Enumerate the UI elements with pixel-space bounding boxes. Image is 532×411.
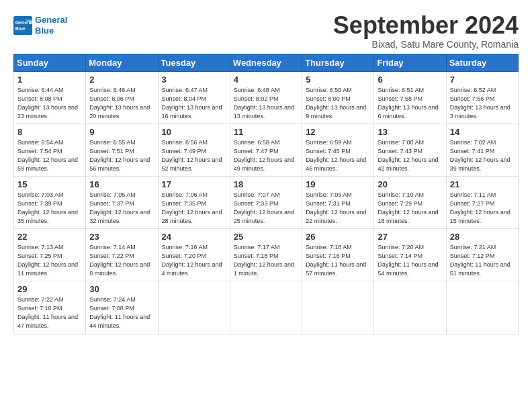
logo-line2: Blue	[35, 26, 67, 36]
day-number: 29	[17, 284, 82, 294]
day-info: Sunrise: 6:44 AMSunset: 8:08 PMDaylight:…	[17, 86, 82, 121]
day-number: 22	[17, 232, 82, 242]
calendar-cell-4-2: 24Sunrise: 7:16 AMSunset: 7:20 PMDayligh…	[158, 229, 230, 281]
calendar-cell-4-0: 22Sunrise: 7:13 AMSunset: 7:25 PMDayligh…	[14, 229, 86, 281]
calendar-cell-2-2: 10Sunrise: 6:56 AMSunset: 7:49 PMDayligh…	[158, 124, 230, 176]
day-info: Sunrise: 6:51 AMSunset: 7:58 PMDaylight:…	[378, 86, 442, 121]
day-info: Sunrise: 7:24 AMSunset: 7:08 PMDaylight:…	[89, 295, 154, 330]
calendar-table: SundayMondayTuesdayWednesdayThursdayFrid…	[13, 54, 519, 334]
calendar-cell-5-0: 29Sunrise: 7:22 AMSunset: 7:10 PMDayligh…	[14, 281, 86, 334]
day-number: 30	[89, 284, 154, 294]
header: General Blue General Blue September 2024…	[13, 12, 519, 50]
location-subtitle: Bixad, Satu Mare County, Romania	[333, 39, 519, 50]
week-row-5: 29Sunrise: 7:22 AMSunset: 7:10 PMDayligh…	[14, 281, 519, 334]
day-info: Sunrise: 7:20 AMSunset: 7:14 PMDaylight:…	[378, 243, 442, 278]
week-row-3: 15Sunrise: 7:03 AMSunset: 7:39 PMDayligh…	[14, 176, 519, 228]
calendar-cell-1-1: 2Sunrise: 6:46 AMSunset: 8:06 PMDaylight…	[86, 71, 158, 124]
calendar-cell-5-3	[230, 281, 302, 334]
day-info: Sunrise: 7:02 AMSunset: 7:41 PMDaylight:…	[450, 138, 515, 173]
calendar-cell-3-4: 19Sunrise: 7:09 AMSunset: 7:31 PMDayligh…	[302, 176, 374, 228]
day-number: 11	[234, 127, 298, 137]
svg-text:Blue: Blue	[15, 26, 26, 31]
calendar-cell-5-2	[158, 281, 230, 334]
day-info: Sunrise: 7:03 AMSunset: 7:39 PMDaylight:…	[17, 191, 82, 226]
day-number: 14	[450, 127, 515, 137]
day-info: Sunrise: 7:22 AMSunset: 7:10 PMDaylight:…	[17, 295, 82, 330]
week-row-1: 1Sunrise: 6:44 AMSunset: 8:08 PMDaylight…	[14, 71, 519, 124]
calendar-cell-4-4: 26Sunrise: 7:18 AMSunset: 7:16 PMDayligh…	[302, 229, 374, 281]
calendar-cell-1-0: 1Sunrise: 6:44 AMSunset: 8:08 PMDaylight…	[14, 71, 86, 124]
col-header-tuesday: Tuesday	[158, 54, 230, 71]
calendar-cell-1-2: 3Sunrise: 6:47 AMSunset: 8:04 PMDaylight…	[158, 71, 230, 124]
day-number: 15	[17, 179, 82, 189]
calendar-cell-3-1: 16Sunrise: 7:05 AMSunset: 7:37 PMDayligh…	[86, 176, 158, 228]
calendar-cell-1-4: 5Sunrise: 6:50 AMSunset: 8:00 PMDaylight…	[302, 71, 374, 124]
calendar-cell-3-0: 15Sunrise: 7:03 AMSunset: 7:39 PMDayligh…	[14, 176, 86, 228]
day-info: Sunrise: 7:10 AMSunset: 7:29 PMDaylight:…	[378, 191, 442, 226]
day-number: 26	[306, 232, 370, 242]
title-block: September 2024 Bixad, Satu Mare County, …	[333, 12, 519, 50]
day-number: 4	[234, 75, 298, 85]
day-number: 17	[162, 179, 226, 189]
day-info: Sunrise: 7:00 AMSunset: 7:43 PMDaylight:…	[378, 138, 442, 173]
logo-icon: General Blue	[13, 16, 32, 35]
day-info: Sunrise: 7:05 AMSunset: 7:37 PMDaylight:…	[89, 191, 154, 226]
calendar-cell-3-3: 18Sunrise: 7:07 AMSunset: 7:33 PMDayligh…	[230, 176, 302, 228]
calendar-cell-3-5: 20Sunrise: 7:10 AMSunset: 7:29 PMDayligh…	[374, 176, 446, 228]
svg-rect-0	[13, 16, 32, 35]
col-header-friday: Friday	[374, 54, 446, 71]
calendar-cell-2-4: 12Sunrise: 6:59 AMSunset: 7:45 PMDayligh…	[302, 124, 374, 176]
calendar-cell-1-3: 4Sunrise: 6:48 AMSunset: 8:02 PMDaylight…	[230, 71, 302, 124]
calendar-cell-2-6: 14Sunrise: 7:02 AMSunset: 7:41 PMDayligh…	[446, 124, 518, 176]
day-info: Sunrise: 6:47 AMSunset: 8:04 PMDaylight:…	[162, 86, 226, 121]
day-number: 6	[378, 75, 442, 85]
calendar-cell-2-5: 13Sunrise: 7:00 AMSunset: 7:43 PMDayligh…	[374, 124, 446, 176]
calendar-cell-4-5: 27Sunrise: 7:20 AMSunset: 7:14 PMDayligh…	[374, 229, 446, 281]
day-info: Sunrise: 6:55 AMSunset: 7:51 PMDaylight:…	[89, 138, 154, 173]
calendar-cell-4-3: 25Sunrise: 7:17 AMSunset: 7:18 PMDayligh…	[230, 229, 302, 281]
day-info: Sunrise: 6:48 AMSunset: 8:02 PMDaylight:…	[234, 86, 298, 121]
day-info: Sunrise: 6:58 AMSunset: 7:47 PMDaylight:…	[234, 138, 298, 173]
calendar-cell-5-1: 30Sunrise: 7:24 AMSunset: 7:08 PMDayligh…	[86, 281, 158, 334]
calendar-cell-1-5: 6Sunrise: 6:51 AMSunset: 7:58 PMDaylight…	[374, 71, 446, 124]
calendar-cell-2-3: 11Sunrise: 6:58 AMSunset: 7:47 PMDayligh…	[230, 124, 302, 176]
day-info: Sunrise: 7:16 AMSunset: 7:20 PMDaylight:…	[162, 243, 226, 278]
month-title: September 2024	[333, 12, 519, 39]
day-number: 13	[378, 127, 442, 137]
col-header-monday: Monday	[86, 54, 158, 71]
col-header-saturday: Saturday	[446, 54, 518, 71]
day-number: 24	[162, 232, 226, 242]
day-number: 1	[17, 75, 82, 85]
day-info: Sunrise: 7:06 AMSunset: 7:35 PMDaylight:…	[162, 191, 226, 226]
logo-line1: General	[35, 15, 67, 26]
day-number: 5	[306, 75, 370, 85]
calendar-cell-5-6	[446, 281, 518, 334]
day-number: 16	[89, 179, 154, 189]
day-info: Sunrise: 7:14 AMSunset: 7:22 PMDaylight:…	[89, 243, 154, 278]
calendar-cell-3-6: 21Sunrise: 7:11 AMSunset: 7:27 PMDayligh…	[446, 176, 518, 228]
day-info: Sunrise: 6:50 AMSunset: 8:00 PMDaylight:…	[306, 86, 370, 121]
week-row-4: 22Sunrise: 7:13 AMSunset: 7:25 PMDayligh…	[14, 229, 519, 281]
day-info: Sunrise: 6:56 AMSunset: 7:49 PMDaylight:…	[162, 138, 226, 173]
day-number: 9	[89, 127, 154, 137]
week-row-2: 8Sunrise: 6:54 AMSunset: 7:54 PMDaylight…	[14, 124, 519, 176]
day-info: Sunrise: 7:09 AMSunset: 7:31 PMDaylight:…	[306, 191, 370, 226]
day-info: Sunrise: 6:52 AMSunset: 7:56 PMDaylight:…	[450, 86, 515, 121]
calendar-header-row: SundayMondayTuesdayWednesdayThursdayFrid…	[14, 54, 519, 71]
day-info: Sunrise: 7:13 AMSunset: 7:25 PMDaylight:…	[17, 243, 82, 278]
day-number: 28	[450, 232, 515, 242]
day-number: 3	[162, 75, 226, 85]
day-number: 10	[162, 127, 226, 137]
day-number: 21	[450, 179, 515, 189]
svg-text:General: General	[15, 20, 32, 25]
calendar-cell-1-6: 7Sunrise: 6:52 AMSunset: 7:56 PMDaylight…	[446, 71, 518, 124]
day-info: Sunrise: 6:59 AMSunset: 7:45 PMDaylight:…	[306, 138, 370, 173]
calendar-cell-2-1: 9Sunrise: 6:55 AMSunset: 7:51 PMDaylight…	[86, 124, 158, 176]
day-info: Sunrise: 6:46 AMSunset: 8:06 PMDaylight:…	[89, 86, 154, 121]
day-number: 19	[306, 179, 370, 189]
col-header-wednesday: Wednesday	[230, 54, 302, 71]
day-number: 7	[450, 75, 515, 85]
day-info: Sunrise: 7:18 AMSunset: 7:16 PMDaylight:…	[306, 243, 370, 278]
day-number: 20	[378, 179, 442, 189]
calendar-cell-2-0: 8Sunrise: 6:54 AMSunset: 7:54 PMDaylight…	[14, 124, 86, 176]
